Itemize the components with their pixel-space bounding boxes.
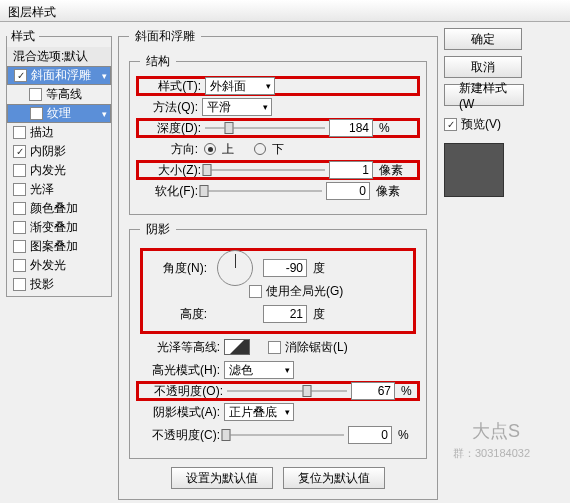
depth-label: 深度(D): bbox=[143, 120, 201, 137]
style-label: 等高线 bbox=[46, 86, 82, 103]
preview-checkbox[interactable] bbox=[444, 118, 457, 131]
style-checkbox[interactable] bbox=[13, 259, 26, 272]
style-label: 内发光 bbox=[30, 162, 66, 179]
method-select[interactable]: 平滑 bbox=[202, 98, 272, 116]
style-item[interactable]: 光泽 bbox=[7, 180, 111, 199]
angle-label: 角度(N): bbox=[149, 260, 207, 277]
shadow-opacity-row: 不透明度(C): 0 % bbox=[140, 425, 416, 445]
bevel-group: 斜面和浮雕 结构 样式(T): 外斜面 方法(Q): 平滑 深度(D): 184… bbox=[118, 28, 438, 500]
hl-op-slider[interactable] bbox=[227, 383, 347, 399]
style-label: 渐变叠加 bbox=[30, 219, 78, 236]
ok-button[interactable]: 确定 bbox=[444, 28, 522, 50]
new-style-button[interactable]: 新建样式(W bbox=[444, 84, 524, 106]
style-label: 内阴影 bbox=[30, 143, 66, 160]
styles-fieldset: 样式 混合选项:默认斜面和浮雕等高线纹理描边内阴影内发光光泽颜色叠加渐变叠加图案… bbox=[6, 28, 112, 297]
structure-group: 结构 样式(T): 外斜面 方法(Q): 平滑 深度(D): 184 % 方向: bbox=[129, 53, 427, 215]
soften-input[interactable]: 0 bbox=[326, 182, 370, 200]
window-title: 图层样式 bbox=[8, 5, 56, 19]
style-item[interactable]: 描边 bbox=[7, 123, 111, 142]
size-label: 大小(Z): bbox=[143, 162, 201, 179]
styles-legend: 样式 bbox=[7, 28, 39, 45]
style-item[interactable]: 颜色叠加 bbox=[7, 199, 111, 218]
sh-op-input[interactable]: 0 bbox=[348, 426, 392, 444]
make-default-button[interactable]: 设置为默认值 bbox=[171, 467, 273, 489]
preview-row: 预览(V) bbox=[444, 116, 501, 133]
style-checkbox[interactable] bbox=[29, 88, 42, 101]
bevel-legend: 斜面和浮雕 bbox=[129, 28, 201, 45]
cancel-button[interactable]: 取消 bbox=[444, 56, 522, 78]
style-checkbox[interactable] bbox=[13, 278, 26, 291]
style-row: 样式(T): 外斜面 bbox=[136, 76, 420, 96]
global-light-checkbox[interactable] bbox=[249, 285, 262, 298]
style-item[interactable]: 外发光 bbox=[7, 256, 111, 275]
direction-label: 方向: bbox=[140, 141, 198, 158]
style-label: 光泽 bbox=[30, 181, 54, 198]
antialias-label: 消除锯齿(L) bbox=[285, 339, 348, 356]
sh-op-unit: % bbox=[398, 428, 409, 442]
hl-op-unit: % bbox=[401, 384, 412, 398]
style-checkbox[interactable] bbox=[13, 164, 26, 177]
structure-legend: 结构 bbox=[140, 53, 176, 70]
style-item[interactable]: 图案叠加 bbox=[7, 237, 111, 256]
method-label: 方法(Q): bbox=[140, 99, 198, 116]
highlight-mode-row: 高光模式(H): 滤色 bbox=[140, 360, 416, 380]
style-item[interactable]: 投影 bbox=[7, 275, 111, 294]
direction-row: 方向: 上 下 bbox=[140, 139, 416, 159]
style-select[interactable]: 外斜面 bbox=[205, 77, 275, 95]
hl-mode-select[interactable]: 滤色 bbox=[224, 361, 294, 379]
angle-wheel[interactable] bbox=[217, 250, 253, 286]
gloss-contour-picker[interactable] bbox=[224, 339, 250, 355]
antialias-checkbox[interactable] bbox=[268, 341, 281, 354]
style-item[interactable]: 纹理 bbox=[7, 104, 111, 123]
dir-up-radio[interactable] bbox=[204, 143, 216, 155]
global-light-row: 使用全局光(G) bbox=[149, 281, 407, 301]
style-checkbox[interactable] bbox=[14, 69, 27, 82]
hl-mode-label: 高光模式(H): bbox=[140, 362, 220, 379]
style-checkbox[interactable] bbox=[13, 240, 26, 253]
style-label: 投影 bbox=[30, 276, 54, 293]
blend-options-item[interactable]: 混合选项:默认 bbox=[7, 47, 111, 66]
depth-row: 深度(D): 184 % bbox=[136, 118, 420, 138]
style-label: 图案叠加 bbox=[30, 238, 78, 255]
size-slider[interactable] bbox=[205, 162, 325, 178]
sh-mode-label: 阴影模式(A): bbox=[140, 404, 220, 421]
center-panel: 斜面和浮雕 结构 样式(T): 外斜面 方法(Q): 平滑 深度(D): 184… bbox=[118, 28, 438, 503]
style-item[interactable]: 等高线 bbox=[7, 85, 111, 104]
style-checkbox[interactable] bbox=[13, 221, 26, 234]
right-panel: 确定 取消 新建样式(W 预览(V) bbox=[444, 28, 524, 503]
style-checkbox[interactable] bbox=[13, 183, 26, 196]
global-light-label: 使用全局光(G) bbox=[266, 283, 343, 300]
sh-mode-select[interactable]: 正片叠底 bbox=[224, 403, 294, 421]
altitude-label: 高度: bbox=[149, 306, 207, 323]
angle-input[interactable]: -90 bbox=[263, 259, 307, 277]
preview-swatch bbox=[444, 143, 504, 197]
style-item[interactable]: 斜面和浮雕 bbox=[7, 66, 111, 85]
style-item[interactable]: 渐变叠加 bbox=[7, 218, 111, 237]
size-row: 大小(Z): 1 像素 bbox=[136, 160, 420, 180]
style-checkbox[interactable] bbox=[13, 202, 26, 215]
depth-input[interactable]: 184 bbox=[329, 119, 373, 137]
altitude-input[interactable]: 21 bbox=[263, 305, 307, 323]
depth-slider[interactable] bbox=[205, 120, 325, 136]
hl-op-label: 不透明度(O): bbox=[143, 383, 223, 400]
sh-op-slider[interactable] bbox=[224, 427, 344, 443]
soften-slider[interactable] bbox=[202, 183, 322, 199]
style-label: 纹理 bbox=[47, 105, 71, 122]
style-item[interactable]: 内发光 bbox=[7, 161, 111, 180]
style-label: 外发光 bbox=[30, 257, 66, 274]
style-checkbox[interactable] bbox=[30, 107, 43, 120]
method-row: 方法(Q): 平滑 bbox=[140, 97, 416, 117]
angle-row: 角度(N): -90 度 bbox=[149, 258, 407, 278]
reset-default-button[interactable]: 复位为默认值 bbox=[283, 467, 385, 489]
style-list: 混合选项:默认斜面和浮雕等高线纹理描边内阴影内发光光泽颜色叠加渐变叠加图案叠加外… bbox=[7, 47, 111, 294]
size-input[interactable]: 1 bbox=[329, 161, 373, 179]
style-item[interactable]: 内阴影 bbox=[7, 142, 111, 161]
hl-op-input[interactable]: 67 bbox=[351, 382, 395, 400]
dir-down-radio[interactable] bbox=[254, 143, 266, 155]
style-checkbox[interactable] bbox=[13, 126, 26, 139]
main-layout: 样式 混合选项:默认斜面和浮雕等高线纹理描边内阴影内发光光泽颜色叠加渐变叠加图案… bbox=[0, 22, 570, 503]
angle-block: 角度(N): -90 度 使用全局光(G) 高度: 21 度 bbox=[140, 248, 416, 334]
style-checkbox[interactable] bbox=[13, 145, 26, 158]
highlight-opacity-row: 不透明度(O): 67 % bbox=[136, 381, 420, 401]
shading-legend: 阴影 bbox=[140, 221, 176, 238]
